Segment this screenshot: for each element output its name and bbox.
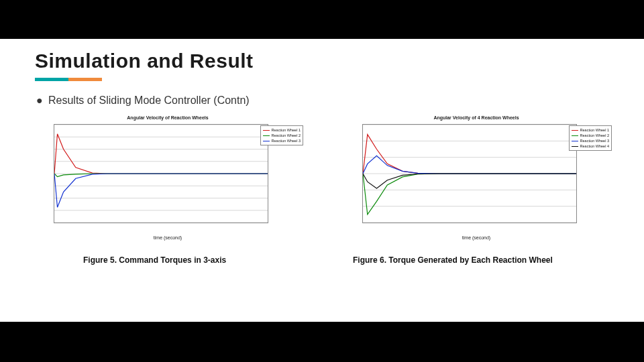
legend-swatch (572, 130, 578, 131)
chart-title-a: Angular Velocity of Reaction Wheels (27, 115, 309, 120)
legend-entry: Reaction Wheel 1 (572, 127, 609, 133)
top-black-bar (0, 0, 644, 39)
legend-swatch (263, 141, 270, 141)
legend-swatch (572, 146, 578, 147)
legend-label: Reaction Wheel 1 (272, 127, 301, 133)
plot-area-b (362, 124, 577, 223)
bottom-black-bar (0, 322, 644, 362)
legend-swatch (263, 135, 270, 136)
figure-6-panel: Angular Velocity of 4 Reaction Wheels Re… (335, 115, 617, 241)
legend-label: Reaction Wheel 3 (580, 138, 609, 143)
xaxis-label-b: time (second) (335, 235, 617, 240)
legend-label: Reaction Wheel 2 (272, 133, 301, 138)
legend-label: Reaction Wheel 1 (580, 127, 609, 133)
legend-swatch (263, 130, 270, 131)
legend-entry: Reaction Wheel 2 (572, 133, 609, 138)
legend-b: Reaction Wheel 1Reaction Wheel 2Reaction… (569, 125, 612, 151)
page-title: Simulation and Result (35, 50, 644, 72)
legend-entry: Reaction Wheel 2 (263, 133, 301, 138)
legend-swatch (572, 141, 578, 141)
legend-label: Reaction Wheel 2 (580, 133, 609, 138)
legend-swatch (572, 135, 578, 136)
legend-a: Reaction Wheel 1Reaction Wheel 2Reaction… (260, 125, 303, 145)
figure-5-caption: Figure 5. Command Torques in 3-axis (27, 255, 335, 265)
legend-entry: Reaction Wheel 3 (572, 138, 609, 143)
legend-label: Reaction Wheel 3 (272, 138, 301, 143)
bullet-text: Results of Sliding Mode Controller (Cont… (48, 95, 250, 106)
legend-entry: Reaction Wheel 3 (263, 138, 301, 143)
legend-label: Reaction Wheel 4 (580, 143, 609, 149)
xaxis-label-a: time (second) (27, 235, 309, 240)
chart-title-b: Angular Velocity of 4 Reaction Wheels (335, 115, 617, 120)
figure-6-caption: Figure 6. Torque Generated by Each React… (335, 255, 617, 265)
legend-entry: Reaction Wheel 1 (263, 127, 301, 133)
figure-5-panel: Angular Velocity of Reaction Wheels Reac… (27, 115, 309, 241)
bullet-subtitle: ●Results of Sliding Mode Controller (Con… (0, 81, 644, 111)
plot-area-a (54, 124, 268, 223)
legend-entry: Reaction Wheel 4 (572, 143, 609, 149)
